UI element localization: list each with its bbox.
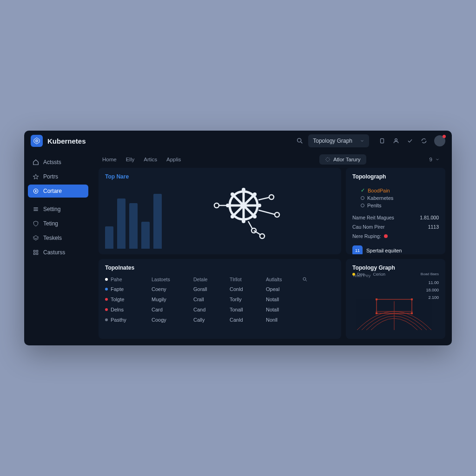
header-actions [378, 135, 445, 146]
svg-rect-49 [376, 312, 377, 314]
sidebar-item-actssts[interactable]: Actssts [28, 156, 88, 169]
bar [141, 222, 150, 249]
svg-rect-48 [411, 298, 413, 300]
table-row[interactable]: PasthyCoogyCallyCanldNonll [105, 315, 335, 325]
svg-line-43 [306, 280, 307, 282]
svg-point-24 [242, 188, 245, 192]
options-pill[interactable]: 9 [424, 154, 445, 165]
svg-point-30 [253, 215, 257, 218]
sidebar-item-teskels[interactable]: Teskels [28, 231, 88, 245]
wheel-icon [206, 178, 299, 244]
home-icon [33, 159, 39, 165]
graph-legend: Dee Cerion Boad Baes [352, 272, 439, 277]
dot-icon [352, 273, 355, 276]
svg-rect-47 [376, 298, 377, 300]
radar-chart [352, 288, 436, 330]
tab-artics[interactable]: Artics [140, 155, 161, 164]
svg-marker-7 [33, 174, 39, 179]
svg-marker-13 [33, 236, 39, 239]
check-icon[interactable] [406, 137, 414, 145]
svg-point-6 [395, 139, 397, 141]
table-header: Pahe Lastoets Detale Tlrllot Autlalts [105, 275, 335, 284]
svg-point-42 [303, 278, 306, 280]
main: Home Elly Artics Applis Atlor Tarury 9 T… [92, 151, 452, 345]
search-icon[interactable] [302, 277, 308, 282]
avatar[interactable] [434, 135, 445, 146]
sidebar-item-casturss[interactable]: Casturss [28, 246, 88, 259]
graph-title: Topology Graph [352, 264, 439, 271]
table-title: Topolnates [105, 264, 335, 271]
table-row[interactable]: DelnsCardCandTonallNotall [105, 304, 335, 315]
target-icon [33, 188, 39, 194]
svg-point-31 [231, 215, 234, 218]
sidebar-item-portrs[interactable]: Portrs [28, 170, 88, 183]
svg-point-29 [231, 192, 234, 196]
svg-point-33 [214, 203, 219, 208]
dot-icon [105, 278, 108, 281]
sidebar-item-teting[interactable]: Teting [28, 217, 88, 230]
table-row[interactable]: FapteCoenyGorallConldOpeal [105, 284, 335, 294]
dropdown-label: Topology Graph [313, 138, 352, 144]
topograph-card: Topolograph ✓BoodPain Kabernetes Penlts … [346, 168, 445, 254]
bar [153, 194, 162, 249]
status-row: Nere Ruping: [352, 233, 439, 239]
sparkle-icon [325, 157, 331, 162]
badge: 11 [352, 245, 363, 254]
legend-item[interactable]: Penlts [361, 203, 439, 208]
radio-icon [361, 204, 364, 207]
refresh-icon[interactable] [420, 137, 428, 145]
tab-applis[interactable]: Applis [163, 155, 185, 164]
bar-chart [105, 193, 162, 249]
topology-dropdown[interactable]: Topology Graph [308, 134, 369, 147]
sidebar-item-cortare[interactable]: Cortare [28, 185, 88, 198]
svg-point-3 [298, 139, 301, 142]
layers-icon [33, 235, 39, 241]
chevron-down-icon [360, 139, 364, 143]
tab-elly[interactable]: Elly [122, 155, 139, 164]
dot-icon [105, 308, 108, 311]
hero-title: Top Nare [105, 173, 162, 180]
check-icon: ✓ [361, 187, 365, 193]
dot-icon [105, 318, 108, 321]
svg-point-37 [275, 212, 279, 217]
stat-row: Cau Nom Pirer1113 [352, 224, 439, 230]
topology-visual [171, 173, 335, 249]
svg-rect-50 [411, 312, 413, 314]
svg-rect-5 [381, 139, 384, 143]
user-icon[interactable] [392, 137, 400, 145]
graph-card: Topology Graph Teau Pey Dee Cerion Boad … [346, 259, 445, 339]
radio-icon [361, 196, 364, 200]
star-icon [33, 173, 39, 180]
svg-rect-16 [33, 253, 35, 255]
status-dot-icon [384, 234, 388, 238]
sidebar-item-setting[interactable]: Setting [28, 203, 88, 216]
svg-point-28 [253, 192, 257, 196]
table-row[interactable]: TolgteMugilyCrallTorllyNotall [105, 294, 335, 304]
svg-point-27 [258, 204, 261, 207]
chevron-down-icon [435, 157, 440, 162]
svg-point-25 [242, 219, 245, 223]
clipboard-icon[interactable] [378, 137, 386, 145]
tab-home[interactable]: Home [99, 155, 120, 164]
dot-icon [105, 288, 108, 291]
svg-point-2 [36, 140, 37, 141]
graph-values: 11.00 18.000 2.100 [426, 280, 439, 300]
spertail-button[interactable]: 11 Spertail equiten [352, 245, 439, 254]
svg-line-4 [301, 142, 302, 143]
search-icon[interactable] [296, 137, 304, 145]
shield-icon [33, 220, 39, 227]
header: Kubernetes Topology Graph [24, 131, 452, 151]
bar [117, 198, 126, 249]
data-table: Pahe Lastoets Detale Tlrllot Autlalts Fa… [105, 275, 335, 325]
grid-icon [33, 249, 39, 256]
svg-point-41 [260, 234, 264, 238]
filter-pill[interactable]: Atlor Tarury [319, 154, 366, 165]
svg-point-35 [269, 195, 274, 199]
dot-icon [105, 298, 108, 301]
hero-card: Top Nare [99, 168, 341, 254]
app-title: Kubernetes [47, 137, 86, 145]
topograph-title: Topolograph [352, 173, 439, 180]
bar [129, 203, 138, 249]
legend-item[interactable]: Kabernetes [361, 195, 439, 201]
legend-item[interactable]: ✓BoodPain [361, 187, 439, 193]
